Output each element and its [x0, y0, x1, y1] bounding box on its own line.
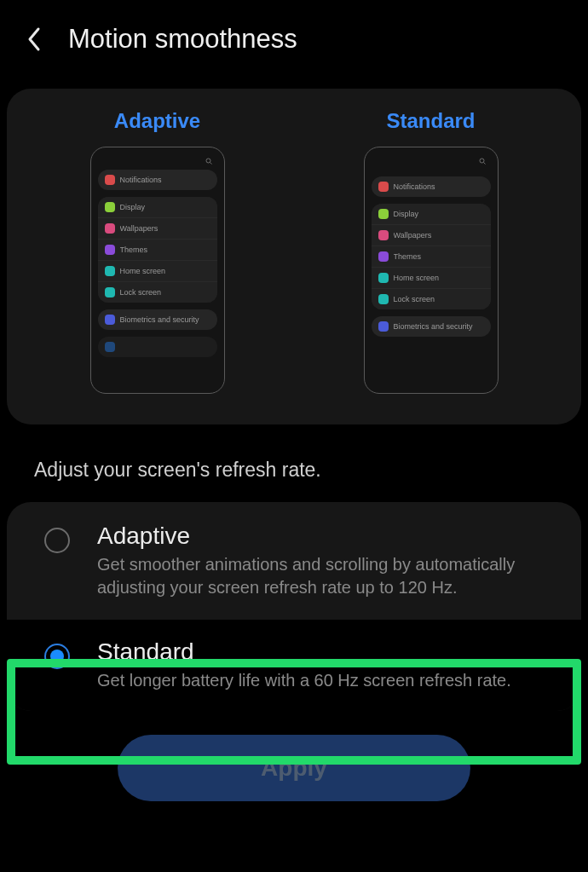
option-adaptive[interactable]: Adaptive Get smoother animations and scr… [7, 502, 581, 620]
back-button[interactable] [20, 26, 48, 53]
phone-mock-adaptive: Notifications Display Wallpapers Themes … [90, 147, 225, 394]
chevron-left-icon [26, 26, 43, 53]
preview-card: Adaptive Notifications Display Wallpaper… [7, 89, 581, 424]
radio-standard[interactable] [44, 644, 70, 669]
bell-icon [378, 182, 389, 192]
list-item-label: Home screen [394, 274, 440, 282]
list-item: Notifications [372, 176, 491, 197]
svg-line-3 [483, 163, 485, 165]
preview-label-adaptive: Adaptive [114, 109, 200, 133]
list-item-label: Lock screen [120, 288, 162, 297]
option-standard[interactable]: Standard Get longer battery life with a … [7, 620, 581, 711]
apply-button[interactable]: Apply [118, 735, 470, 801]
display-icon [378, 209, 389, 219]
preview-adaptive[interactable]: Adaptive Notifications Display Wallpaper… [32, 109, 283, 394]
list-item-label: Notifications [120, 176, 162, 184]
options-card: Adaptive Get smoother animations and scr… [7, 502, 581, 711]
lock-icon [378, 294, 389, 304]
list-item-label: Home screen [120, 267, 166, 275]
list-item: Notifications [98, 170, 217, 190]
option-desc: Get smoother animations and scrolling by… [97, 553, 557, 599]
list-item-label: Display [120, 203, 146, 211]
wallpaper-icon [378, 230, 389, 240]
list-item-label: Display [394, 210, 419, 218]
list-item: Wallpapers [98, 218, 217, 240]
theme-icon [378, 251, 389, 262]
display-icon [105, 202, 115, 212]
list-item-label: Biometrics and security [394, 322, 473, 331]
option-title: Adaptive [97, 523, 557, 550]
bell-icon [105, 175, 115, 185]
phone-search-row [372, 156, 491, 170]
list-item-label: Lock screen [394, 295, 435, 303]
section-description: Adjust your screen's refresh rate. [0, 424, 588, 502]
list-item: Themes [98, 240, 217, 261]
list-item: Wallpapers [372, 225, 491, 246]
option-title: Standard [97, 638, 557, 666]
list-item: Biometrics and security [98, 309, 217, 330]
list-item: Display [372, 204, 491, 225]
list-item-label: Wallpapers [120, 224, 159, 233]
list-item-label: Themes [120, 245, 148, 254]
apply-bar: Apply [0, 711, 588, 801]
svg-line-1 [210, 163, 211, 165]
list-item: Display [98, 197, 217, 218]
list-item-label: Themes [394, 252, 422, 261]
preview-label-standard: Standard [386, 109, 475, 133]
header: Motion smoothness [0, 0, 588, 78]
option-body: Adaptive Get smoother animations and scr… [97, 523, 557, 599]
option-body: Standard Get longer battery life with a … [97, 638, 557, 692]
list-item: Home screen [372, 268, 491, 289]
list-item [98, 337, 217, 357]
theme-icon [105, 245, 115, 255]
preview-standard[interactable]: Standard Notifications Display Wallpaper… [305, 109, 556, 394]
dot-icon [105, 342, 115, 352]
list-item-label: Biometrics and security [120, 315, 199, 324]
list-item-label: Wallpapers [394, 231, 432, 240]
shield-icon [105, 315, 115, 325]
page-title: Motion smoothness [68, 24, 297, 55]
option-desc: Get longer battery life with a 60 Hz scr… [97, 669, 557, 692]
search-icon [205, 158, 212, 165]
shield-icon [378, 321, 389, 332]
home-icon [378, 273, 389, 283]
list-item-label: Notifications [394, 182, 435, 191]
list-item: Themes [372, 246, 491, 268]
phone-search-row [98, 156, 217, 170]
search-icon [479, 158, 486, 165]
list-item: Lock screen [372, 289, 491, 309]
svg-point-2 [480, 159, 484, 163]
phone-mock-standard: Notifications Display Wallpapers Themes … [364, 147, 499, 394]
svg-point-0 [206, 159, 210, 163]
radio-adaptive[interactable] [44, 528, 70, 553]
list-item: Lock screen [98, 282, 217, 303]
lock-icon [105, 287, 115, 297]
list-item: Biometrics and security [372, 316, 491, 337]
home-icon [105, 266, 115, 276]
list-item: Home screen [98, 261, 217, 282]
list-group: Display Wallpapers Themes Home screen Lo… [372, 204, 491, 309]
wallpaper-icon [105, 223, 115, 234]
list-group: Display Wallpapers Themes Home screen Lo… [98, 197, 217, 303]
